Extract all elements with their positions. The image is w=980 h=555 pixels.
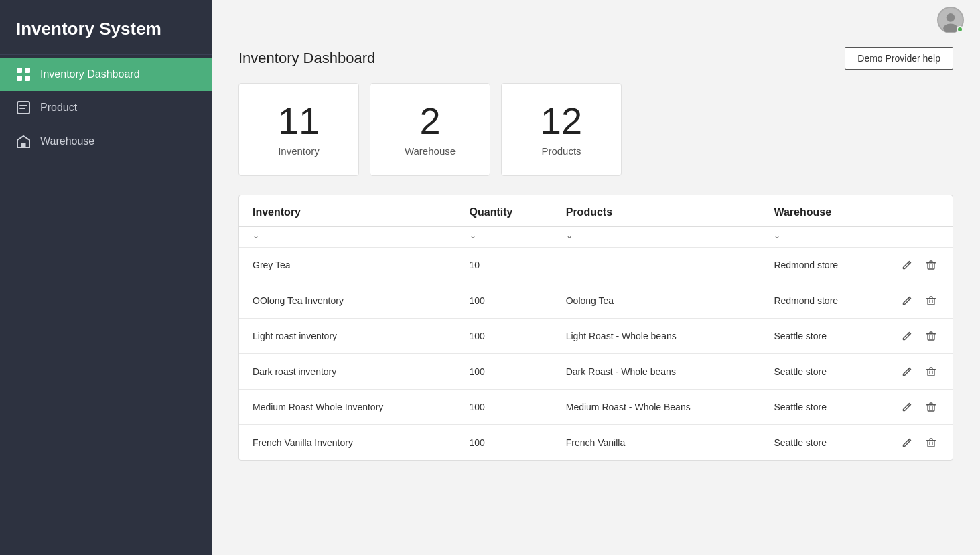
sidebar-item-product[interactable]: Product [0, 91, 212, 125]
col-header-inventory: Inventory [239, 195, 456, 227]
cell-quantity-0: 10 [456, 248, 553, 283]
cell-inventory-1: OOlong Tea Inventory [239, 283, 456, 319]
cell-inventory-5: French Vanilla Inventory [239, 425, 456, 461]
cell-quantity-4: 100 [456, 390, 553, 425]
inventory-filter[interactable]: ⌄ [239, 227, 456, 248]
edit-button-4[interactable] [899, 400, 915, 414]
cell-warehouse-2: Seattle store [760, 319, 886, 354]
stat-number-inventory-count: 11 [266, 102, 332, 140]
col-header-actions [886, 195, 953, 227]
edit-button-5[interactable] [899, 436, 915, 449]
table-body: ⌄⌄⌄⌄Grey Tea10Redmond store [239, 227, 953, 461]
svg-rect-1 [25, 68, 30, 73]
chevron-down-icon: ⌄ [470, 231, 476, 240]
cell-actions-2 [886, 319, 953, 354]
cell-actions-0 [886, 248, 953, 283]
edit-button-1[interactable] [899, 294, 915, 307]
stat-label-warehouse-count: Warehouse [397, 145, 463, 157]
table-header-row: InventoryQuantityProductsWarehouse [239, 195, 953, 227]
cell-warehouse-5: Seattle store [760, 425, 886, 461]
delete-button-2[interactable] [923, 329, 939, 343]
delete-button-3[interactable] [923, 365, 939, 378]
chevron-down-icon: ⌄ [253, 231, 259, 240]
chevron-down-icon: ⌄ [774, 231, 780, 240]
quantity-filter[interactable]: ⌄ [456, 227, 553, 248]
sidebar-item-dashboard[interactable]: Inventory Dashboard [0, 58, 212, 91]
demo-help-button[interactable]: Demo Provider help [845, 47, 953, 70]
svg-rect-3 [25, 76, 30, 81]
table-row: Light roast inventory100Light Roast - Wh… [239, 319, 953, 354]
stat-card-products-count: 12Products [501, 83, 622, 176]
chevron-down-icon: ⌄ [566, 231, 573, 240]
user-avatar[interactable] [937, 7, 964, 33]
cell-actions-5 [886, 425, 953, 461]
table-row: Medium Roast Whole Inventory100Medium Ro… [239, 390, 953, 425]
warehouse-filter[interactable]: ⌄ [760, 227, 886, 248]
page-header: Inventory Dashboard Demo Provider help [238, 47, 953, 70]
sidebar-item-warehouse[interactable]: Warehouse [0, 125, 212, 158]
svg-rect-6 [21, 143, 25, 147]
cell-inventory-0: Grey Tea [239, 248, 456, 283]
topbar [212, 0, 980, 40]
cell-actions-1 [886, 283, 953, 319]
sidebar-item-label-product: Product [40, 102, 77, 114]
cell-actions-4 [886, 390, 953, 425]
col-header-products: Products [553, 195, 761, 227]
cell-quantity-2: 100 [456, 319, 553, 354]
app-title: Inventory System [0, 0, 212, 55]
cell-products-3: Dark Roast - Whole beans [553, 354, 761, 390]
product-icon [16, 100, 31, 115]
svg-rect-2 [17, 76, 22, 81]
filter-row: ⌄⌄⌄⌄ [239, 227, 953, 248]
content-area: Inventory Dashboard Demo Provider help 1… [212, 40, 980, 487]
delete-button-1[interactable] [923, 294, 939, 307]
table-row: OOlong Tea Inventory100Oolong TeaRedmond… [239, 283, 953, 319]
inventory-table: InventoryQuantityProductsWarehouse ⌄⌄⌄⌄G… [239, 195, 953, 460]
products-filter[interactable]: ⌄ [553, 227, 761, 248]
delete-button-0[interactable] [923, 258, 939, 272]
cell-products-5: French Vanilla [553, 425, 761, 461]
table-row: French Vanilla Inventory100French Vanill… [239, 425, 953, 461]
stat-cards: 11Inventory2Warehouse12Products [238, 83, 953, 176]
stat-card-warehouse-count: 2Warehouse [370, 83, 490, 176]
inventory-table-container: InventoryQuantityProductsWarehouse ⌄⌄⌄⌄G… [238, 195, 953, 461]
edit-button-2[interactable] [899, 329, 915, 343]
stat-number-warehouse-count: 2 [397, 102, 463, 140]
cell-warehouse-0: Redmond store [760, 248, 886, 283]
cell-warehouse-3: Seattle store [760, 354, 886, 390]
cell-inventory-4: Medium Roast Whole Inventory [239, 390, 456, 425]
sidebar-item-label-warehouse: Warehouse [40, 135, 94, 147]
stat-label-inventory-count: Inventory [266, 145, 332, 157]
navigation: Inventory Dashboard Product Warehouse [0, 58, 212, 158]
svg-rect-0 [17, 68, 22, 73]
cell-warehouse-4: Seattle store [760, 390, 886, 425]
cell-quantity-3: 100 [456, 354, 553, 390]
svg-point-8 [947, 13, 955, 22]
warehouse-icon [16, 134, 31, 149]
col-header-warehouse: Warehouse [760, 195, 886, 227]
cell-inventory-3: Dark roast inventory [239, 354, 456, 390]
stat-card-inventory-count: 11Inventory [238, 83, 359, 176]
main-content: Inventory Dashboard Demo Provider help 1… [212, 0, 980, 555]
cell-warehouse-1: Redmond store [760, 283, 886, 319]
cell-products-2: Light Roast - Whole beans [553, 319, 761, 354]
cell-actions-3 [886, 354, 953, 390]
cell-quantity-1: 100 [456, 283, 553, 319]
edit-button-3[interactable] [899, 365, 915, 378]
cell-products-1: Oolong Tea [553, 283, 761, 319]
online-indicator [957, 26, 963, 33]
delete-button-5[interactable] [923, 436, 939, 449]
delete-button-4[interactable] [923, 400, 939, 414]
col-header-quantity: Quantity [456, 195, 553, 227]
table-row: Dark roast inventory100Dark Roast - Whol… [239, 354, 953, 390]
table-row: Grey Tea10Redmond store [239, 248, 953, 283]
cell-products-0 [553, 248, 761, 283]
sidebar-item-label-dashboard: Inventory Dashboard [40, 68, 140, 80]
filter-actions-empty [886, 227, 953, 248]
sidebar: Inventory System Inventory Dashboard Pro… [0, 0, 212, 555]
edit-button-0[interactable] [899, 258, 915, 272]
stat-label-products-count: Products [529, 145, 594, 157]
dashboard-icon [16, 67, 31, 82]
table-head: InventoryQuantityProductsWarehouse [239, 195, 953, 227]
page-title: Inventory Dashboard [238, 50, 375, 67]
